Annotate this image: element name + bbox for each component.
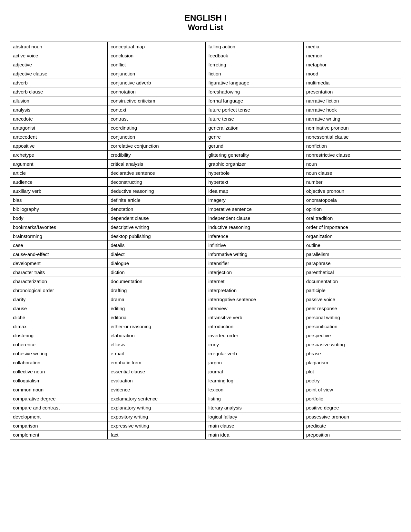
list-item: deconstructing bbox=[108, 178, 205, 187]
list-item: inductive reasoning bbox=[206, 223, 303, 232]
list-item: order of importance bbox=[304, 223, 401, 232]
list-item: nonessential clause bbox=[304, 133, 401, 142]
list-item: plagiarism bbox=[304, 358, 401, 367]
list-item: nonfiction bbox=[304, 142, 401, 151]
list-item: metaphor bbox=[304, 60, 401, 69]
list-item: perspective bbox=[304, 331, 401, 340]
list-item: adjective bbox=[10, 60, 107, 69]
list-item: bookmarks/favorites bbox=[10, 223, 107, 232]
page-title: ENGLISH I Word List bbox=[10, 13, 401, 32]
list-item: interrogative sentence bbox=[206, 295, 303, 304]
list-item: main idea bbox=[206, 430, 303, 439]
list-item: future tense bbox=[206, 114, 303, 123]
list-item: poetry bbox=[304, 376, 401, 385]
list-item: number bbox=[304, 178, 401, 187]
list-item: oral tradition bbox=[304, 214, 401, 223]
list-item: listing bbox=[206, 394, 303, 403]
list-item: narrative hook bbox=[304, 105, 401, 114]
list-item: antecedent bbox=[10, 133, 107, 142]
list-item: fact bbox=[108, 430, 205, 439]
list-item: parallelism bbox=[304, 250, 401, 259]
list-item: intensifier bbox=[206, 259, 303, 268]
list-item: irony bbox=[206, 340, 303, 349]
list-item: coherence bbox=[10, 340, 107, 349]
list-item: interview bbox=[206, 304, 303, 313]
list-item: archetype bbox=[10, 151, 107, 160]
list-item: narrative fiction bbox=[304, 96, 401, 105]
list-item: organization bbox=[304, 232, 401, 241]
list-item: anecdote bbox=[10, 114, 107, 123]
list-item: emphatic form bbox=[108, 358, 205, 367]
list-item: gerund bbox=[206, 142, 303, 151]
list-item: formal language bbox=[206, 96, 303, 105]
list-item: persuasive writing bbox=[304, 340, 401, 349]
list-item: memoir bbox=[304, 51, 401, 60]
list-item: narrative writing bbox=[304, 114, 401, 123]
list-item: glittering generality bbox=[206, 151, 303, 160]
word-column-2: conceptual mapconclusionconflictconjunct… bbox=[108, 42, 206, 439]
list-item: intransitive verb bbox=[206, 313, 303, 322]
list-item: noun clause bbox=[304, 169, 401, 178]
list-item: clarity bbox=[10, 295, 107, 304]
list-item: independent clause bbox=[206, 214, 303, 223]
list-item: foreshadowing bbox=[206, 87, 303, 96]
list-item: possessive pronoun bbox=[304, 412, 401, 421]
list-item: outline bbox=[304, 241, 401, 250]
list-item: paraphrase bbox=[304, 259, 401, 268]
list-item: mood bbox=[304, 69, 401, 78]
list-item: audience bbox=[10, 178, 107, 187]
list-item: conjunction bbox=[108, 69, 205, 78]
list-item: fiction bbox=[206, 69, 303, 78]
list-item: personification bbox=[304, 322, 401, 331]
list-item: descriptive writing bbox=[108, 223, 205, 232]
list-item: imperative sentence bbox=[206, 205, 303, 214]
list-item: cliché bbox=[10, 313, 107, 322]
list-item: presentation bbox=[304, 87, 401, 96]
list-item: explanatory writing bbox=[108, 403, 205, 412]
list-item: argument bbox=[10, 160, 107, 169]
list-item: development bbox=[10, 412, 107, 421]
list-item: feedback bbox=[206, 51, 303, 60]
list-item: hypertext bbox=[206, 178, 303, 187]
list-item: journal bbox=[206, 367, 303, 376]
list-item: adverb clause bbox=[10, 87, 107, 96]
list-item: details bbox=[108, 241, 205, 250]
list-item: ellipsis bbox=[108, 340, 205, 349]
list-item: credibility bbox=[108, 151, 205, 160]
list-item: literary analysis bbox=[206, 403, 303, 412]
list-item: noun bbox=[304, 160, 401, 169]
list-item: case bbox=[10, 241, 107, 250]
list-item: inference bbox=[206, 232, 303, 241]
list-item: denotation bbox=[108, 205, 205, 214]
list-item: brainstorming bbox=[10, 232, 107, 241]
list-item: jargon bbox=[206, 358, 303, 367]
list-item: internet bbox=[206, 277, 303, 286]
list-item: falling action bbox=[206, 42, 303, 51]
list-item: preposition bbox=[304, 430, 401, 439]
list-item: conclusion bbox=[108, 51, 205, 60]
title-line2: Word List bbox=[10, 23, 401, 32]
list-item: lexicon bbox=[206, 385, 303, 394]
list-item: learning log bbox=[206, 376, 303, 385]
word-column-3: falling actionfeedbackferretingfictionfi… bbox=[206, 42, 304, 439]
list-item: deductive reasoning bbox=[108, 187, 205, 196]
list-item: expository writing bbox=[108, 412, 205, 421]
word-column-4: mediamemoirmetaphormoodmultimediapresent… bbox=[304, 42, 401, 439]
list-item: generalization bbox=[206, 123, 303, 133]
list-item: onomatopoeia bbox=[304, 196, 401, 205]
list-item: bibliography bbox=[10, 205, 107, 214]
list-item: analysis bbox=[10, 105, 107, 114]
list-item: inverted order bbox=[206, 331, 303, 340]
list-item: point of view bbox=[304, 385, 401, 394]
list-item: positive degree bbox=[304, 403, 401, 412]
list-item: editorial bbox=[108, 313, 205, 322]
list-item: article bbox=[10, 169, 107, 178]
list-item: auxiliary verb bbox=[10, 187, 107, 196]
list-item: definite article bbox=[108, 196, 205, 205]
list-item: objective pronoun bbox=[304, 187, 401, 196]
list-item: phrase bbox=[304, 349, 401, 358]
list-item: characterization bbox=[10, 277, 107, 286]
list-item: either-or reasoning bbox=[108, 322, 205, 331]
list-item: elaboration bbox=[108, 331, 205, 340]
list-item: multimedia bbox=[304, 78, 401, 87]
